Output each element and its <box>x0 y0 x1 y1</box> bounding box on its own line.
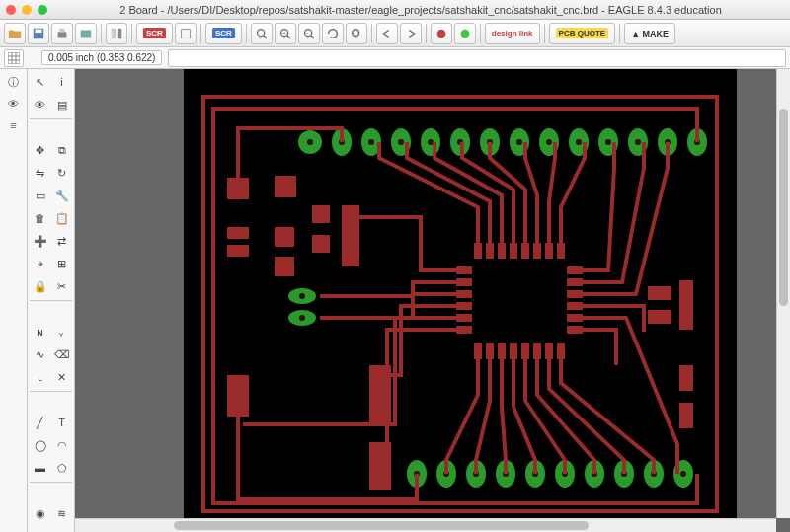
signal-tool[interactable]: ≋ <box>51 502 72 524</box>
svg-rect-93 <box>679 280 693 330</box>
board-canvas[interactable] <box>75 69 790 532</box>
info-icon[interactable]: ⓘ <box>5 73 23 91</box>
replace-tool[interactable]: ⇄ <box>51 230 72 252</box>
lock-tool[interactable]: 🔒 <box>30 275 50 297</box>
undo-button[interactable] <box>376 23 398 44</box>
svg-rect-104 <box>474 343 482 359</box>
delete-tool[interactable]: 🗑 <box>30 207 50 229</box>
scr2-button[interactable]: SCR <box>205 23 242 44</box>
rotate-tool[interactable]: ↻ <box>51 162 72 184</box>
ripup-tool[interactable]: ⌫ <box>51 343 72 365</box>
eye-icon[interactable]: 👁 <box>5 95 23 113</box>
zoom-select-button[interactable] <box>346 23 367 44</box>
main-area: ⓘ 👁 ≡ ↖ i 👁 ▤ ✥ ⧉ ⇋ ↻ ▭ 🔧 🗑 📋 ➕ ⇄ ⌖ ⊞ 🔒 … <box>0 69 790 532</box>
value-tool[interactable]: ᵥ <box>51 321 72 342</box>
select-tool[interactable]: ↖ <box>30 71 50 93</box>
layers-stack-icon[interactable]: ≡ <box>5 116 23 134</box>
circle-tool[interactable]: ◯ <box>30 434 50 456</box>
svg-rect-5 <box>112 28 116 38</box>
stop-button[interactable] <box>431 23 452 44</box>
attribute-tool[interactable]: a <box>51 525 72 532</box>
group-tool[interactable]: ▭ <box>30 185 50 206</box>
svg-rect-98 <box>498 243 506 259</box>
svg-rect-110 <box>545 343 553 359</box>
schematic-button[interactable] <box>106 23 127 44</box>
cam-button[interactable] <box>75 23 97 44</box>
svg-rect-117 <box>456 326 472 334</box>
paste-tool[interactable]: 📋 <box>51 207 72 229</box>
zoom-redraw-button[interactable] <box>322 23 344 44</box>
svg-rect-115 <box>456 302 472 310</box>
split-tool[interactable]: ✕ <box>51 366 72 388</box>
maximize-icon[interactable] <box>38 5 47 15</box>
go-button[interactable] <box>454 23 476 44</box>
via-tool[interactable]: ◉ <box>30 502 50 524</box>
ulp-button[interactable] <box>175 23 197 44</box>
miter-tool[interactable]: ⦦ <box>30 366 50 388</box>
svg-rect-120 <box>567 290 583 298</box>
make-button[interactable]: ▲ MAKE <box>624 23 675 44</box>
arc-tool[interactable]: ◠ <box>51 434 72 456</box>
svg-rect-97 <box>486 243 494 259</box>
open-button[interactable] <box>4 23 26 44</box>
wire-tool[interactable]: ╱ <box>30 412 50 433</box>
svg-point-78 <box>299 315 305 321</box>
print-button[interactable] <box>51 23 73 44</box>
script-button[interactable]: SCR <box>136 23 173 44</box>
svg-point-40 <box>516 139 522 145</box>
svg-rect-4 <box>81 30 92 37</box>
vertical-scrollbar[interactable] <box>776 69 790 518</box>
pcb-quote-button[interactable]: PCB QUOTE <box>549 23 616 44</box>
svg-rect-6 <box>118 28 121 38</box>
info-tool[interactable]: i <box>51 71 72 93</box>
mirror-tool[interactable]: ⇋ <box>30 162 50 184</box>
svg-rect-122 <box>567 314 583 322</box>
name-tool[interactable]: ɴ <box>30 321 50 342</box>
svg-rect-114 <box>456 290 472 298</box>
rect-tool[interactable]: ▬ <box>30 457 50 479</box>
svg-rect-91 <box>648 286 672 300</box>
svg-text:+: + <box>282 29 285 35</box>
copy-tool[interactable]: ⧉ <box>51 139 72 161</box>
smash-tool[interactable]: ✂ <box>51 275 72 297</box>
close-icon[interactable] <box>6 5 16 15</box>
minimize-icon[interactable] <box>22 5 32 15</box>
zoom-in-button[interactable]: + <box>275 23 296 44</box>
svg-rect-17 <box>353 30 357 35</box>
svg-rect-87 <box>312 235 330 253</box>
zoom-fit-button[interactable] <box>251 23 273 44</box>
add-tool[interactable]: ➕ <box>30 230 50 252</box>
svg-rect-123 <box>567 326 583 334</box>
window-title: 2 Board - /Users/DI/Desktop/repos/satsha… <box>57 4 784 16</box>
svg-point-74 <box>680 471 686 477</box>
grid-button[interactable] <box>4 49 24 67</box>
hole-tool[interactable]: ○ <box>30 525 50 532</box>
left-info-panel: ⓘ 👁 ≡ <box>0 69 28 532</box>
svg-rect-85 <box>275 257 294 276</box>
command-input[interactable] <box>168 49 786 67</box>
svg-point-48 <box>635 139 641 145</box>
gateswap-tool[interactable]: ⊞ <box>51 253 72 274</box>
redo-button[interactable] <box>400 23 422 44</box>
svg-rect-99 <box>510 243 517 259</box>
route-tool[interactable]: ∿ <box>30 343 50 365</box>
svg-point-8 <box>257 29 264 36</box>
pcb-view[interactable] <box>184 69 737 532</box>
tool-palette: ↖ i 👁 ▤ ✥ ⧉ ⇋ ↻ ▭ 🔧 🗑 📋 ➕ ⇄ ⌖ ⊞ 🔒 ✂ ɴ ᵥ … <box>28 69 75 532</box>
svg-rect-84 <box>275 227 294 247</box>
move-tool[interactable]: ✥ <box>30 139 50 161</box>
zoom-out-button[interactable]: - <box>298 23 320 44</box>
svg-point-19 <box>460 29 469 38</box>
change-tool[interactable]: 🔧 <box>51 185 72 206</box>
titlebar: 2 Board - /Users/DI/Desktop/repos/satsha… <box>0 0 790 20</box>
display-tool[interactable]: ▤ <box>51 94 72 115</box>
svg-rect-119 <box>567 278 583 286</box>
pinswap-tool[interactable]: ⌖ <box>30 253 50 274</box>
save-button[interactable] <box>28 23 49 44</box>
svg-rect-103 <box>557 243 565 259</box>
polygon-tool[interactable]: ⬠ <box>51 457 72 479</box>
text-tool[interactable]: T <box>51 412 72 433</box>
design-link-button[interactable]: design link <box>485 23 540 44</box>
horizontal-scrollbar[interactable] <box>75 518 776 532</box>
show-tool[interactable]: 👁 <box>30 94 50 115</box>
